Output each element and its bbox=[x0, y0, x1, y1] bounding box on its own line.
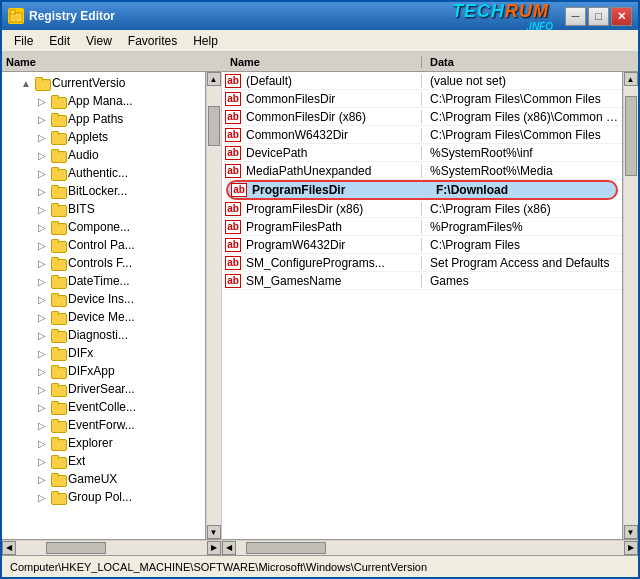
tree-item-apppaths[interactable]: ▷ App Paths bbox=[2, 110, 205, 128]
folder-icon bbox=[50, 256, 66, 270]
scrollbar-down-btn[interactable]: ▼ bbox=[624, 525, 638, 539]
tree-body: ▲ CurrentVersio ▷ App Mana... bbox=[2, 72, 205, 508]
tree-item-bits[interactable]: ▷ BITS bbox=[2, 200, 205, 218]
registry-row-sm-gamesname[interactable]: ab SM_GamesName Games bbox=[222, 272, 622, 290]
ab-icon: ab bbox=[225, 238, 241, 252]
registry-row-programfilesdir[interactable]: ab ProgramFilesDir F:\Download bbox=[226, 180, 618, 200]
scrollbar-up-btn[interactable]: ▲ bbox=[207, 72, 221, 86]
scrollbar-left-btn[interactable]: ◀ bbox=[2, 541, 16, 555]
folder-icon bbox=[50, 292, 66, 306]
scrollbar-thumb[interactable] bbox=[625, 96, 637, 176]
tree-item-currentversion[interactable]: ▲ CurrentVersio bbox=[2, 74, 205, 92]
registry-row-programfilespath[interactable]: ab ProgramFilesPath %ProgramFiles% bbox=[222, 218, 622, 236]
registry-row-sm-configureprograms[interactable]: ab SM_ConfigurePrograms... Set Program A… bbox=[222, 254, 622, 272]
registry-scroll-area: ab (Default) (value not set) ab CommonFi… bbox=[222, 72, 638, 539]
tree-item-audio[interactable]: ▷ Audio bbox=[2, 146, 205, 164]
menu-help[interactable]: Help bbox=[185, 32, 226, 50]
tree-item-deviceins[interactable]: ▷ Device Ins... bbox=[2, 290, 205, 308]
ab-icon: ab bbox=[225, 74, 241, 88]
registry-editor-window: Registry Editor TECHRUM .INFO ─ □ ✕ File… bbox=[0, 0, 640, 579]
tree-item-appmana[interactable]: ▷ App Mana... bbox=[2, 92, 205, 110]
menu-view[interactable]: View bbox=[78, 32, 120, 50]
tree-item-applets[interactable]: ▷ Applets bbox=[2, 128, 205, 146]
tree-item-explorer[interactable]: ▷ Explorer bbox=[2, 434, 205, 452]
registry-scrollbar-horizontal[interactable]: ◀ ▶ bbox=[222, 539, 638, 555]
menu-favorites[interactable]: Favorites bbox=[120, 32, 185, 50]
tree-item-bitlocker[interactable]: ▷ BitLocker... bbox=[2, 182, 205, 200]
svg-rect-1 bbox=[10, 10, 15, 14]
tree-item-diagnosti[interactable]: ▷ Diagnosti... bbox=[2, 326, 205, 344]
registry-row-mediapathunexpanded[interactable]: ab MediaPathUnexpanded %SystemRoot%\Medi… bbox=[222, 162, 622, 180]
registry-row-devicepath[interactable]: ab DevicePath %SystemRoot%\inf bbox=[222, 144, 622, 162]
folder-icon bbox=[50, 328, 66, 342]
tree-scrollbar-vertical[interactable]: ▲ ▼ bbox=[205, 72, 221, 539]
folder-icon bbox=[50, 454, 66, 468]
reg-data: C:\Program Files\Common Files bbox=[422, 92, 622, 106]
scrollbar-h-thumb[interactable] bbox=[246, 542, 326, 554]
ab-icon: ab bbox=[225, 220, 241, 234]
status-bar: Computer\HKEY_LOCAL_MACHINE\SOFTWARE\Mic… bbox=[2, 555, 638, 577]
tree-toggle: ▷ bbox=[34, 240, 50, 251]
folder-icon bbox=[50, 472, 66, 486]
scrollbar-track[interactable] bbox=[624, 86, 638, 525]
scrollbar-right-btn[interactable]: ▶ bbox=[624, 541, 638, 555]
scrollbar-left-btn[interactable]: ◀ bbox=[222, 541, 236, 555]
tree-item-component[interactable]: ▷ Compone... bbox=[2, 218, 205, 236]
scrollbar-h-track[interactable] bbox=[16, 541, 207, 555]
registry-row-default[interactable]: ab (Default) (value not set) bbox=[222, 72, 622, 90]
scrollbar-right-btn[interactable]: ▶ bbox=[207, 541, 221, 555]
close-button[interactable]: ✕ bbox=[611, 7, 632, 26]
tree-item-deviceme[interactable]: ▷ Device Me... bbox=[2, 308, 205, 326]
tree-item-controlsf[interactable]: ▷ Controls F... bbox=[2, 254, 205, 272]
scrollbar-thumb[interactable] bbox=[208, 106, 220, 146]
tree-scroll-area: ▲ CurrentVersio ▷ App Mana... bbox=[2, 72, 221, 539]
tree-item-controlpa[interactable]: ▷ Control Pa... bbox=[2, 236, 205, 254]
tree-toggle: ▷ bbox=[34, 312, 50, 323]
tree-toggle: ▷ bbox=[34, 402, 50, 413]
scrollbar-h-thumb[interactable] bbox=[46, 542, 106, 554]
tree-item-eventforw[interactable]: ▷ EventForw... bbox=[2, 416, 205, 434]
tree-item-datetime[interactable]: ▷ DateTime... bbox=[2, 272, 205, 290]
scrollbar-h-track[interactable] bbox=[236, 541, 624, 555]
tree-label: Authentic... bbox=[68, 166, 128, 180]
ab-icon: ab bbox=[225, 110, 241, 124]
tree-toggle: ▷ bbox=[34, 114, 50, 125]
tree-item-ext[interactable]: ▷ Ext bbox=[2, 452, 205, 470]
tree-header: Name bbox=[2, 52, 221, 72]
scrollbar-down-btn[interactable]: ▼ bbox=[207, 525, 221, 539]
registry-row-programw6432dir[interactable]: ab ProgramW6432Dir C:\Program Files bbox=[222, 236, 622, 254]
registry-scrollbar-vertical[interactable]: ▲ ▼ bbox=[622, 72, 638, 539]
tree-label: App Paths bbox=[68, 112, 123, 126]
tree-item-difx[interactable]: ▷ DIFx bbox=[2, 344, 205, 362]
scrollbar-up-btn[interactable]: ▲ bbox=[624, 72, 638, 86]
reg-type-icon: ab bbox=[222, 164, 244, 178]
registry-row-programfilesdir86[interactable]: ab ProgramFilesDir (x86) C:\Program File… bbox=[222, 200, 622, 218]
registry-row-commonfilesdir86[interactable]: ab CommonFilesDir (x86) C:\Program Files… bbox=[222, 108, 622, 126]
tree-item-grouppol[interactable]: ▷ Group Pol... bbox=[2, 488, 205, 506]
minimize-button[interactable]: ─ bbox=[565, 7, 586, 26]
tree-item-difxapp[interactable]: ▷ DIFxApp bbox=[2, 362, 205, 380]
reg-data: %SystemRoot%\inf bbox=[422, 146, 622, 160]
tree-label: Audio bbox=[68, 148, 99, 162]
folder-icon bbox=[50, 346, 66, 360]
tree-item-gameux[interactable]: ▷ GameUX bbox=[2, 470, 205, 488]
tree-scrollbar-horizontal[interactable]: ◀ ▶ bbox=[2, 539, 221, 555]
scrollbar-track[interactable] bbox=[207, 86, 221, 525]
tree-item-eventcolle[interactable]: ▷ EventColle... bbox=[2, 398, 205, 416]
menu-edit[interactable]: Edit bbox=[41, 32, 78, 50]
folder-icon bbox=[50, 382, 66, 396]
reg-data: C:\Program Files (x86)\Common Files bbox=[422, 110, 622, 124]
tree-item-authentic[interactable]: ▷ Authentic... bbox=[2, 164, 205, 182]
reg-type-icon: ab bbox=[222, 92, 244, 106]
tree-toggle: ▷ bbox=[34, 168, 50, 179]
tree-toggle: ▷ bbox=[34, 222, 50, 233]
status-text: Computer\HKEY_LOCAL_MACHINE\SOFTWARE\Mic… bbox=[10, 561, 427, 573]
ab-icon: ab bbox=[225, 146, 241, 160]
registry-row-commonfilesdir[interactable]: ab CommonFilesDir C:\Program Files\Commo… bbox=[222, 90, 622, 108]
menu-bar: File Edit View Favorites Help bbox=[2, 30, 638, 52]
folder-icon bbox=[50, 364, 66, 378]
tree-item-driversear[interactable]: ▷ DriverSear... bbox=[2, 380, 205, 398]
maximize-button[interactable]: □ bbox=[588, 7, 609, 26]
menu-file[interactable]: File bbox=[6, 32, 41, 50]
registry-row-commonw6432dir[interactable]: ab CommonW6432Dir C:\Program Files\Commo… bbox=[222, 126, 622, 144]
